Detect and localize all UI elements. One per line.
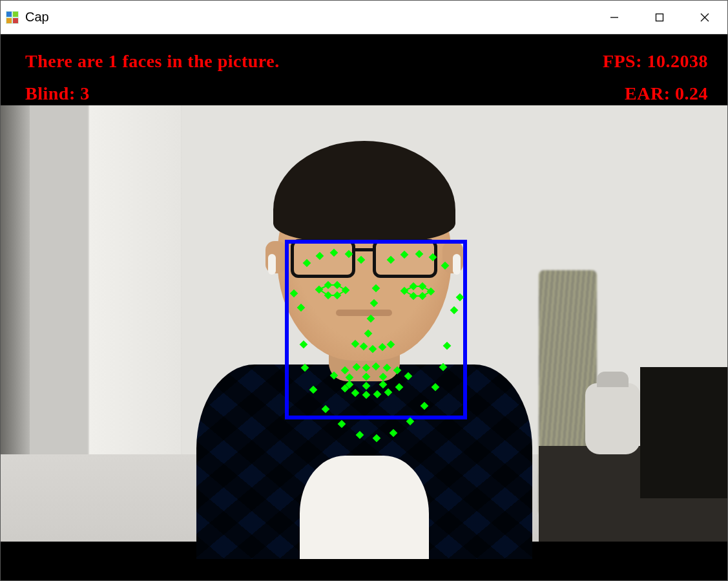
- window-controls: [592, 1, 727, 34]
- svg-rect-2: [13, 12, 18, 17]
- eye-contours: [1, 34, 727, 580]
- svg-rect-1: [6, 12, 12, 17]
- video-client-area: There are 1 faces in the picture. Blind:…: [1, 34, 727, 580]
- window-title: Cap: [25, 10, 592, 25]
- window-titlebar: Cap: [1, 1, 727, 34]
- app-icon: [6, 11, 19, 24]
- maximize-button[interactable]: [637, 1, 682, 34]
- svg-rect-4: [13, 18, 18, 23]
- svg-rect-6: [656, 14, 663, 21]
- minimize-button[interactable]: [592, 1, 637, 34]
- svg-rect-3: [6, 18, 12, 23]
- close-button[interactable]: [682, 1, 727, 34]
